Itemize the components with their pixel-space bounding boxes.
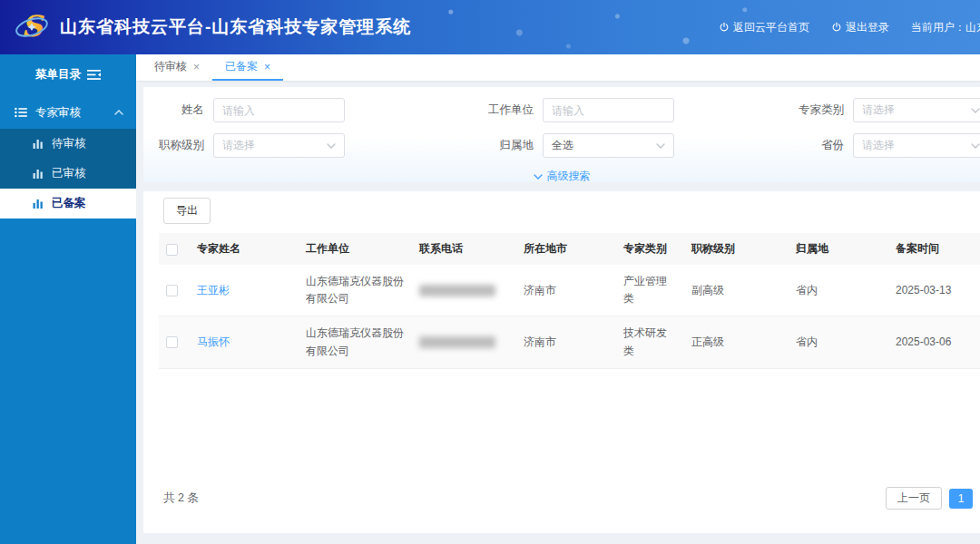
search-form-row-1: 姓名 工作单位 专家类别 请选择	[143, 98, 980, 122]
column-header: 所在地市	[516, 233, 616, 265]
tab-pending-audit[interactable]: 待审核 ×	[142, 54, 212, 81]
app-header: S 山东省科技云平台-山东省科技专家管理系统 返回云平台首页	[0, 0, 980, 54]
field-title-level: 职称级别 请选择	[143, 133, 436, 158]
collapse-menu-icon	[87, 69, 101, 81]
company-cell: 山东德瑞克仪器股份有限公司	[299, 265, 412, 316]
select-placeholder: 请选择	[862, 138, 895, 153]
menu-directory-toggle[interactable]: 菜单目录	[0, 54, 136, 94]
phone-redacted	[419, 336, 495, 348]
menu-directory-label: 菜单目录	[35, 67, 81, 83]
work-unit-input[interactable]	[543, 98, 674, 122]
expert-name-link[interactable]: 王亚彬	[197, 284, 230, 296]
chevron-down-icon	[534, 174, 543, 180]
tab-recorded[interactable]: 已备案 ×	[212, 54, 283, 81]
sidebar: 菜单目录 专家	[0, 54, 136, 544]
brand: S 山东省科技云平台-山东省科技专家管理系统	[0, 10, 411, 44]
province-select[interactable]: 请选择	[853, 133, 980, 158]
category-cell: 产业管理类	[616, 265, 684, 316]
table-row: 马振怀 山东德瑞克仪器股份有限公司 济南市 技术研发类 正高级 省内 2025-…	[159, 316, 980, 368]
field-label: 专家类别	[753, 102, 844, 118]
title-level-cell: 正高级	[684, 316, 789, 368]
title-level-select[interactable]: 请选择	[213, 133, 345, 158]
field-label: 工作单位	[436, 102, 534, 118]
sidebar-item-label: 待审核	[52, 136, 86, 151]
column-header: 专家类别	[616, 233, 684, 265]
table-footer: 共 2 条 上一页 1	[143, 487, 980, 533]
total-count-label: 共 2 条	[163, 491, 199, 506]
experts-table: 专家姓名 工作单位 联系电话 所在地市 专家类别 职称级别 归属地 备案时间	[159, 233, 980, 369]
region-cell: 省内	[789, 265, 888, 316]
column-header: 职称级别	[684, 233, 789, 265]
column-header: 备案时间	[888, 233, 980, 265]
close-icon[interactable]: ×	[193, 61, 200, 73]
tab-label: 待审核	[154, 59, 187, 74]
app-window: S 山东省科技云平台-山东省科技专家管理系统 返回云平台首页	[0, 0, 980, 544]
logout-link[interactable]: 退出登录	[831, 20, 889, 35]
close-icon[interactable]: ×	[264, 61, 270, 73]
bar-chart-icon	[33, 199, 44, 209]
search-panel: 姓名 工作单位 专家类别 请选择	[143, 87, 980, 182]
field-expert-category: 专家类别 请选择	[753, 98, 980, 122]
name-input[interactable]	[213, 98, 345, 122]
sidebar-item-audited[interactable]: 已审核	[0, 159, 136, 189]
column-header: 工作单位	[299, 233, 412, 265]
export-button[interactable]: 导出	[163, 198, 211, 224]
power-icon	[719, 22, 730, 33]
city-cell: 济南市	[516, 316, 616, 368]
prev-page-button[interactable]: 上一页	[886, 487, 942, 510]
chevron-down-icon	[971, 108, 980, 113]
page-title: 山东省科技云平台-山东省科技专家管理系统	[60, 15, 411, 39]
field-region: 归属地 全选	[436, 133, 753, 158]
content-area: 待审核 × 已备案 × 姓名 工	[136, 54, 980, 544]
advanced-search-label: 高级搜索	[547, 169, 591, 182]
column-header: 专家姓名	[190, 233, 299, 265]
company-cell: 山东德瑞克仪器股份有限公司	[299, 316, 412, 368]
return-portal-link[interactable]: 返回云平台首页	[719, 20, 809, 35]
field-province: 省份 请选择	[753, 133, 980, 158]
column-header: 联系电话	[412, 233, 516, 265]
phone-redacted	[419, 285, 495, 296]
bar-chart-icon	[33, 139, 44, 149]
row-checkbox[interactable]	[166, 336, 178, 348]
current-user-label: 当前用户：山东	[911, 20, 980, 35]
logout-label: 退出登录	[846, 20, 889, 35]
expert-category-select[interactable]: 请选择	[853, 98, 980, 122]
sidebar-item-recorded[interactable]: 已备案	[0, 189, 136, 219]
table-panel: 导出 专家姓名 工作单位 联系电话	[143, 191, 980, 533]
table-header-row: 专家姓名 工作单位 联系电话 所在地市 专家类别 职称级别 归属地 备案时间	[159, 233, 980, 265]
select-placeholder: 请选择	[222, 138, 255, 153]
field-label: 职称级别	[143, 138, 204, 153]
search-form-row-2: 职称级别 请选择 归属地 全选	[143, 133, 980, 158]
region-select[interactable]: 全选	[543, 133, 674, 158]
page-number-button[interactable]: 1	[949, 489, 973, 509]
advanced-search-link[interactable]: 高级搜索	[143, 169, 980, 182]
header-links: 返回云平台首页 退出登录 当前用户：山东	[719, 20, 980, 35]
list-icon	[15, 107, 27, 118]
tabbar: 待审核 × 已备案 ×	[136, 54, 980, 81]
return-portal-label: 返回云平台首页	[733, 20, 809, 35]
column-header: 归属地	[789, 233, 888, 265]
power-icon	[831, 22, 842, 33]
expert-name-link[interactable]: 马振怀	[197, 335, 230, 348]
page-body: 姓名 工作单位 专家类别 请选择	[136, 81, 980, 544]
title-level-cell: 副高级	[684, 265, 789, 316]
city-cell: 济南市	[516, 265, 616, 316]
select-value: 全选	[552, 138, 573, 153]
tab-label: 已备案	[225, 59, 258, 74]
platform-logo-icon: S	[13, 10, 51, 44]
field-label: 省份	[753, 138, 844, 153]
sidebar-group-expert-audit[interactable]: 专家审核	[0, 96, 136, 129]
chevron-down-icon	[327, 143, 336, 149]
field-label: 归属地	[436, 138, 534, 153]
sidebar-item-label: 已备案	[52, 196, 86, 211]
select-all-checkbox[interactable]	[166, 244, 178, 256]
sidebar-item-pending-audit[interactable]: 待审核	[0, 129, 136, 159]
field-name: 姓名	[143, 98, 436, 122]
sidebar-group-label: 专家审核	[35, 105, 106, 121]
chevron-up-icon	[114, 110, 123, 115]
record-date-cell: 2025-03-06	[888, 316, 980, 368]
table-row: 王亚彬 山东德瑞克仪器股份有限公司 济南市 产业管理类 副高级 省内 2025-…	[159, 265, 980, 316]
main-area: 菜单目录 专家	[0, 54, 980, 544]
bar-chart-icon	[33, 169, 44, 179]
row-checkbox[interactable]	[166, 285, 178, 296]
